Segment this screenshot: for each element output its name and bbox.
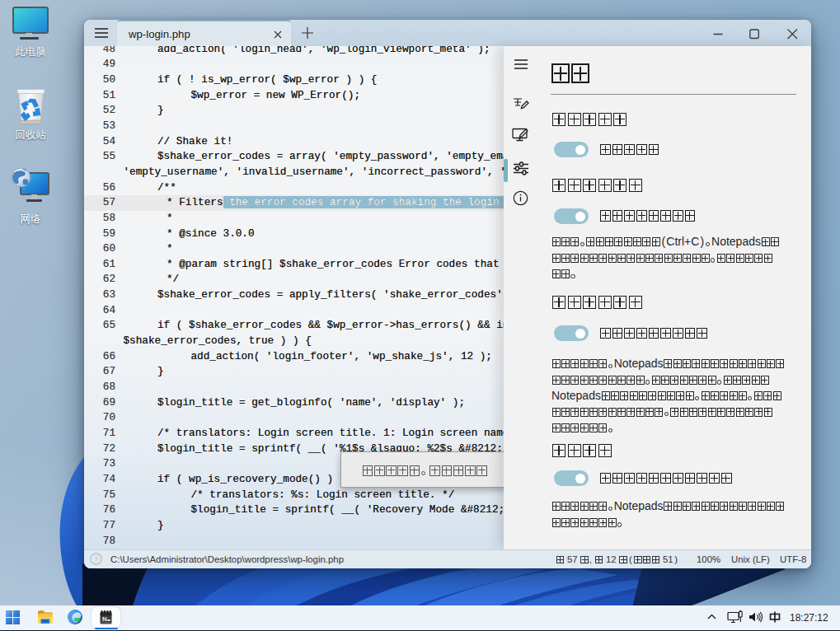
svg-text:?: ? bbox=[94, 555, 98, 563]
svg-text:N: N bbox=[102, 615, 107, 623]
